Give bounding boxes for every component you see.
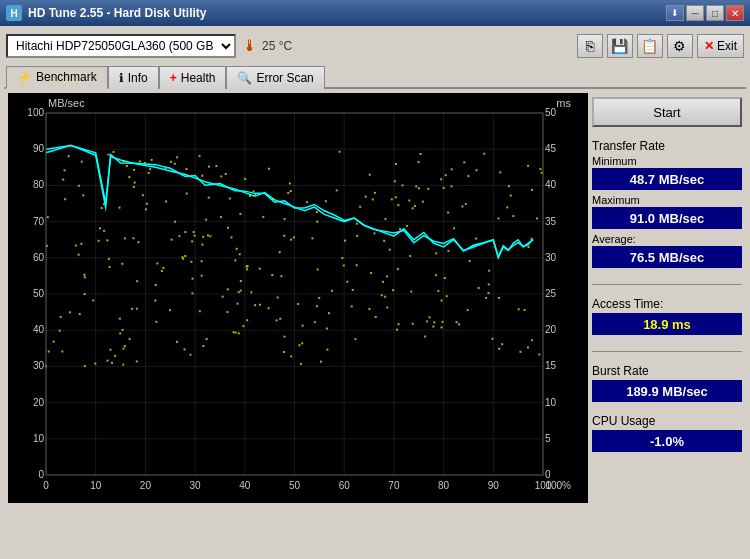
- minimum-label: Minimum: [592, 155, 742, 167]
- minimum-value: 48.7 MB/sec: [592, 168, 742, 190]
- maximum-value: 91.0 MB/sec: [592, 207, 742, 229]
- chart-container: [8, 93, 588, 503]
- average-label: Average:: [592, 233, 742, 245]
- right-panel: Start Transfer Rate Minimum 48.7 MB/sec …: [592, 93, 742, 503]
- health-tab-icon: +: [170, 71, 177, 85]
- access-time-section: Access Time: 18.9 ms: [592, 297, 742, 339]
- cpu-usage-label: CPU Usage: [592, 414, 742, 428]
- minimize-button[interactable]: ─: [686, 5, 704, 21]
- cpu-usage-section: CPU Usage -1.0%: [592, 414, 742, 456]
- cpu-usage-value: -1.0%: [592, 430, 742, 452]
- tab-errorscan[interactable]: 🔍 Error Scan: [226, 66, 324, 89]
- settings-icon[interactable]: ⚙: [667, 34, 693, 58]
- maximize-button[interactable]: □: [706, 5, 724, 21]
- window-body: Hitachi HDP725050GLA360 (500 GB) 🌡 25 °C…: [0, 26, 750, 511]
- app-icon: H: [6, 5, 22, 21]
- benchmark-chart: [8, 93, 573, 503]
- average-value: 76.5 MB/sec: [592, 246, 742, 268]
- divider-1: [592, 284, 742, 285]
- errorscan-tab-icon: 🔍: [237, 71, 252, 85]
- burst-rate-value: 189.9 MB/sec: [592, 380, 742, 402]
- start-button[interactable]: Start: [592, 97, 742, 127]
- burst-rate-label: Burst Rate: [592, 364, 742, 378]
- benchmark-tab-label: Benchmark: [36, 70, 97, 84]
- exit-button[interactable]: ✕ Exit: [697, 34, 744, 58]
- transfer-rate-section: Transfer Rate Minimum 48.7 MB/sec Maximu…: [592, 139, 742, 272]
- toolbar: Hitachi HDP725050GLA360 (500 GB) 🌡 25 °C…: [4, 30, 746, 62]
- errorscan-tab-label: Error Scan: [256, 71, 313, 85]
- report-icon[interactable]: 📋: [637, 34, 663, 58]
- tab-benchmark[interactable]: ⚡ Benchmark: [6, 66, 108, 89]
- title-bar: H HD Tune 2.55 - Hard Disk Utility ⬇ ─ □…: [0, 0, 750, 26]
- divider-2: [592, 351, 742, 352]
- info-tab-icon: ℹ: [119, 71, 124, 85]
- close-button[interactable]: ✕: [726, 5, 744, 21]
- health-tab-label: Health: [181, 71, 216, 85]
- content-area: Start Transfer Rate Minimum 48.7 MB/sec …: [4, 89, 746, 507]
- burst-rate-section: Burst Rate 189.9 MB/sec: [592, 364, 742, 406]
- temperature-value: 25 °C: [262, 39, 292, 53]
- exit-x-icon: ✕: [704, 39, 714, 53]
- tab-health[interactable]: + Health: [159, 66, 227, 89]
- drive-select[interactable]: Hitachi HDP725050GLA360 (500 GB): [6, 34, 236, 58]
- tab-info[interactable]: ℹ Info: [108, 66, 159, 89]
- copy-icon[interactable]: ⎘: [577, 34, 603, 58]
- transfer-rate-label: Transfer Rate: [592, 139, 742, 153]
- toolbar-icons: ⎘ 💾 📋 ⚙ ✕ Exit: [577, 34, 744, 58]
- access-time-value: 18.9 ms: [592, 313, 742, 335]
- info-tab-label: Info: [128, 71, 148, 85]
- save-icon[interactable]: 💾: [607, 34, 633, 58]
- title-bar-controls: ⬇ ─ □ ✕: [666, 5, 744, 21]
- window-title: HD Tune 2.55 - Hard Disk Utility: [28, 6, 206, 20]
- access-time-label: Access Time:: [592, 297, 742, 311]
- title-bar-left: H HD Tune 2.55 - Hard Disk Utility: [6, 5, 206, 21]
- thermometer-icon: 🌡: [242, 37, 258, 55]
- benchmark-tab-icon: ⚡: [17, 70, 32, 84]
- tabs-row: ⚡ Benchmark ℹ Info + Health 🔍 Error Scan: [4, 62, 746, 89]
- maximum-label: Maximum: [592, 194, 742, 206]
- special-button[interactable]: ⬇: [666, 5, 684, 21]
- temperature-display: 🌡 25 °C: [242, 37, 292, 55]
- exit-label: Exit: [717, 39, 737, 53]
